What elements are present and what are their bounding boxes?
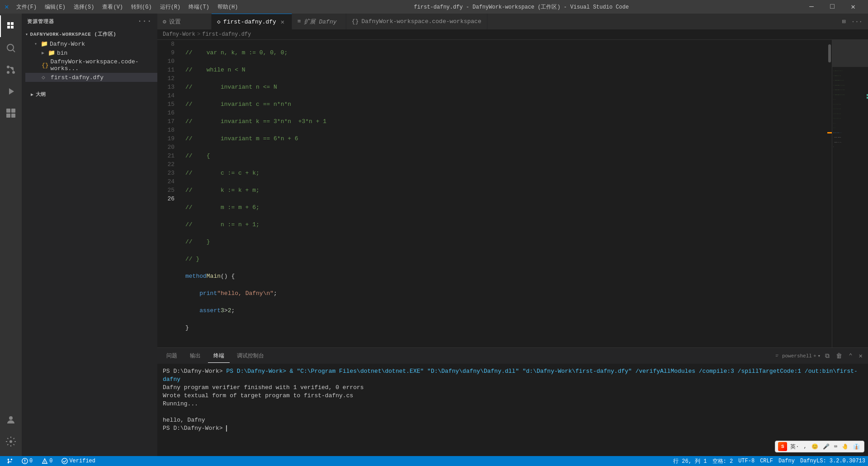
minimize-button[interactable]: — — [801, 0, 822, 14]
outline-label: 大纲 — [36, 91, 46, 98]
warnings-item[interactable]: 0 — [39, 456, 55, 466]
activity-bar — [0, 14, 22, 456]
ime-emoji-btn[interactable]: 😊 — [810, 443, 820, 451]
dafny-version[interactable]: DafnyLS: 3.2.0.30713 — [797, 456, 868, 466]
ime-sougou-icon[interactable]: S — [778, 442, 787, 451]
activity-run-icon[interactable] — [0, 81, 22, 102]
ime-keyboard-btn[interactable]: ⌨ — [833, 443, 839, 451]
tab-close-icon[interactable]: ✕ — [279, 18, 286, 25]
tabs-bar: ⚙ 设置 ◇ first-dafny.dfy ✕ ≡ 扩展 Dafny {} D… — [157, 14, 868, 29]
code-content[interactable]: // var n, k, m := 0, 0, 0; // while n < … — [180, 40, 827, 347]
activity-bottom — [0, 409, 22, 456]
dafny-work-folder[interactable]: ▾ 📁 Dafny-Work — [25, 39, 157, 48]
warnings-count: 0 — [49, 458, 52, 464]
tab-dafny-ext[interactable]: ≡ 扩展 Dafny — [292, 14, 346, 29]
menu-view[interactable]: 查看(V) — [99, 2, 127, 12]
svg-point-20 — [45, 462, 45, 463]
indentation[interactable]: 空格: 2 — [710, 456, 736, 466]
title-bar: ✕ 文件(F) 编辑(E) 选择(S) 查看(V) 转到(G) 运行(R) 终端… — [0, 0, 868, 14]
language-mode[interactable]: Dafny — [776, 456, 797, 466]
svg-point-9 — [9, 416, 13, 420]
terminal-output2: Wrote textual form of target program to … — [163, 392, 863, 400]
svg-rect-8 — [11, 114, 15, 118]
menu-help[interactable]: 帮助(H) — [214, 2, 242, 12]
tab-workspace-label: DafnyWork-workspace.code-workspace — [361, 18, 481, 25]
svg-point-2 — [12, 71, 15, 74]
svg-rect-7 — [6, 114, 10, 118]
bin-arrow-icon: ▶ — [42, 50, 47, 56]
ime-settings2-btn[interactable]: 👔 — [852, 443, 861, 451]
errors-item[interactable]: 0 — [19, 456, 35, 466]
line-ending[interactable]: CRLF — [757, 456, 776, 466]
tab-output[interactable]: 输出 — [184, 349, 206, 362]
activity-extensions-icon[interactable] — [0, 102, 22, 124]
activity-account-icon[interactable] — [0, 409, 22, 431]
menu-terminal[interactable]: 终端(T) — [185, 2, 213, 12]
bin-folder[interactable]: ▶ 📁 bin — [25, 48, 157, 57]
activity-settings-icon[interactable] — [0, 431, 22, 452]
ime-mic-btn[interactable]: 🎤 — [821, 443, 831, 451]
minimap-slider[interactable] — [832, 40, 868, 67]
breadcrumb-path1[interactable]: Dafny-Work — [163, 31, 195, 38]
activity-search-icon[interactable] — [0, 37, 22, 59]
svg-rect-11 — [776, 355, 778, 355]
split-editor-icon[interactable]: ⊞ — [840, 17, 847, 26]
svg-point-13 — [8, 459, 9, 461]
ime-english-btn[interactable]: 英· — [789, 442, 800, 451]
ime-punct-btn[interactable]: , — [802, 443, 808, 450]
menu-run[interactable]: 运行(R) — [156, 2, 184, 12]
cursor-position[interactable]: 行 26, 列 1 — [670, 456, 709, 466]
tab-first-dafny-label: first-dafny.dfy — [223, 19, 276, 25]
code-editor[interactable]: 8 9 10 11 12 13 14 15 16 17 18 19 20 21 … — [157, 40, 827, 347]
svg-point-15 — [11, 459, 13, 461]
kill-terminal-icon[interactable]: 🗑 — [834, 352, 844, 361]
ext-tab-icon: ≡ — [297, 18, 301, 25]
workspace-label: DAFNYWORK-WORKSPACE (工作区) — [30, 31, 117, 38]
menu-file[interactable]: 文件(F) — [13, 2, 41, 12]
outline-arrow-icon: ▶ — [31, 92, 34, 97]
main-layout: 资源管理器 ··· ▾ DAFNYWORK-WORKSPACE (工作区) ▾ … — [0, 14, 868, 456]
tab-settings[interactable]: ⚙ 设置 — [157, 14, 212, 29]
tab-terminal[interactable]: 终端 — [208, 349, 230, 363]
workspace-file-item[interactable]: {} DafnyWork-workspace.code-works... — [25, 57, 157, 73]
verified-item[interactable]: Verified — [59, 456, 98, 466]
activity-git-icon[interactable] — [0, 59, 22, 81]
new-terminal-icon[interactable]: + — [813, 353, 816, 359]
split-terminal-icon[interactable]: ⧉ — [823, 352, 831, 361]
workspace-title[interactable]: ▾ DAFNYWORK-WORKSPACE (工作区) — [22, 29, 157, 39]
errors-count: 0 — [29, 458, 33, 464]
tab-split-buttons: ⊞ ··· — [836, 14, 868, 29]
tab-problems[interactable]: 问题 — [161, 349, 183, 362]
verified-label: Verified — [69, 458, 95, 464]
panel-close-icon[interactable]: ✕ — [857, 351, 864, 361]
menu-select[interactable]: 选择(S) — [70, 2, 98, 12]
maximize-button[interactable]: □ — [822, 0, 843, 14]
menu-bar: 文件(F) 编辑(E) 选择(S) 查看(V) 转到(G) 运行(R) 终端(T… — [13, 2, 242, 12]
git-branch-item[interactable] — [4, 456, 15, 466]
main-file-item[interactable]: ◇ first-dafny.dfy — [25, 73, 157, 82]
outline-title[interactable]: ▶ 大纲 — [27, 89, 152, 100]
terminal-dropdown-icon[interactable]: ▾ — [818, 353, 821, 359]
tab-debug-console[interactable]: 调试控制台 — [231, 349, 269, 362]
ime-skin-btn[interactable]: 🤚 — [840, 443, 850, 451]
panel-maximize-icon[interactable]: ⌃ — [847, 351, 854, 361]
editor-scrollbar[interactable] — [827, 40, 832, 347]
encoding[interactable]: UTF-8 — [736, 456, 757, 466]
close-button[interactable]: ✕ — [843, 0, 863, 14]
terminal-content[interactable]: PS D:\Dafny-Work> PS D:\Dafny-Work> & "C… — [157, 364, 868, 456]
breadcrumb-path2[interactable]: first-dafny.dfy — [202, 31, 251, 38]
minimap: // var n, k, m := // while n < N // inva… — [832, 40, 868, 347]
window-title: first-dafny.dfy - DafnyWork-workspace (工… — [414, 3, 629, 11]
menu-goto[interactable]: 转到(G) — [127, 2, 156, 12]
activity-explorer-icon[interactable] — [0, 15, 22, 37]
dfy-file-icon: ◇ — [42, 74, 49, 81]
svg-point-14 — [8, 462, 9, 464]
terminal-prompt-line: PS D:\Dafny-Work> — [163, 424, 863, 433]
more-actions-icon[interactable]: ··· — [849, 17, 864, 26]
main-file-label: first-dafny.dfy — [51, 74, 104, 81]
tab-first-dafny[interactable]: ◇ first-dafny.dfy ✕ — [212, 14, 292, 29]
line-ending-label: CRLF — [760, 458, 773, 464]
menu-edit[interactable]: 编辑(E) — [41, 2, 69, 12]
sidebar-menu-icon[interactable]: ··· — [137, 17, 152, 25]
tab-workspace[interactable]: {} DafnyWork-workspace.code-workspace — [346, 14, 487, 29]
